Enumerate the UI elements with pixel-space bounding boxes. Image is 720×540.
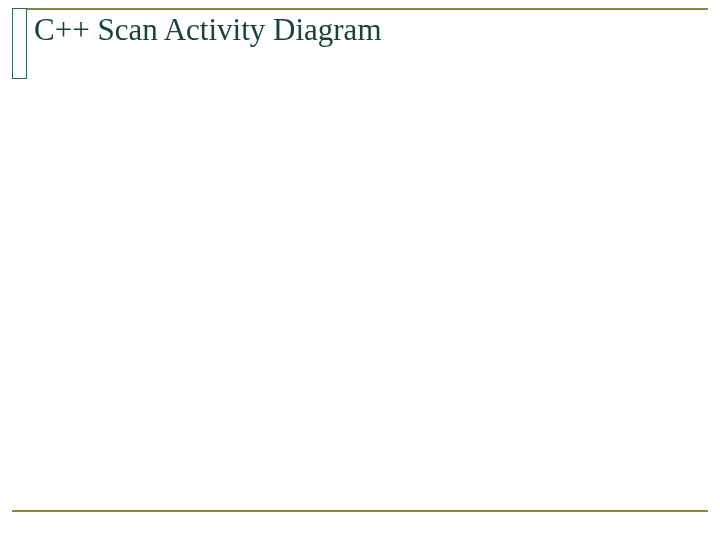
accent-box [12,8,27,79]
slide-title: C++ Scan Activity Diagram [34,12,698,48]
top-rule-line [12,8,708,10]
slide-container: C++ Scan Activity Diagram [12,8,708,512]
bottom-rule-line [12,510,708,512]
